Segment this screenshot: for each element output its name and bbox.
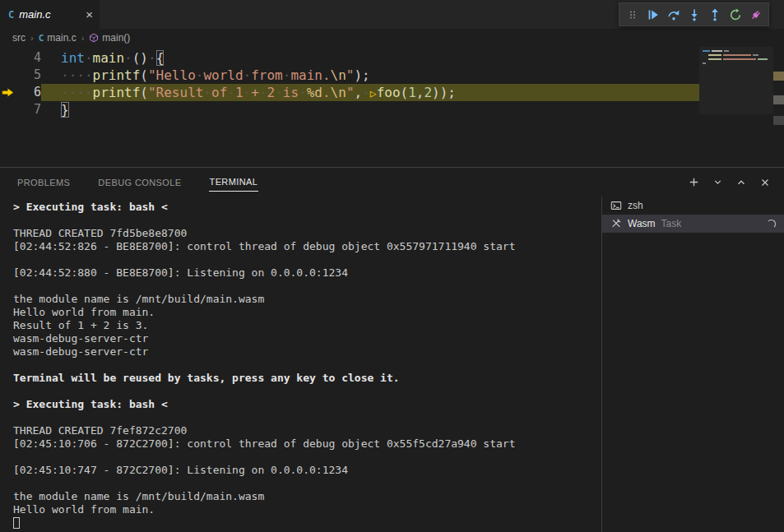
breadcrumb-item-file[interactable]: C main.c — [39, 32, 77, 44]
terminal-line: [02:45:10:706 - 872C2700]: control threa… — [13, 437, 601, 451]
breakpoint-gutter[interactable] — [0, 49, 16, 67]
code-token: foo — [377, 85, 401, 100]
code-token: \n — [331, 85, 346, 100]
tab-debug-console[interactable]: DEBUG CONSOLE — [97, 173, 182, 192]
code-token: is — [283, 85, 299, 100]
tools-icon — [610, 218, 622, 229]
code-token: ( — [140, 67, 148, 83]
step-over-icon[interactable] — [663, 4, 684, 25]
terminal-line — [13, 477, 601, 490]
terminal-tabs-sidebar: zsh Wasm Task — [601, 197, 784, 532]
code-token: ···· — [61, 85, 93, 100]
continue-icon[interactable] — [643, 4, 663, 25]
code-token: 1 — [235, 85, 244, 100]
panel-header: PROBLEMS DEBUG CONSOLE TERMINAL — [0, 168, 784, 197]
ruler-mark — [773, 116, 784, 125]
new-terminal-icon[interactable] — [686, 175, 701, 190]
tab-main-c[interactable]: C main.c × — [0, 0, 100, 29]
maximize-panel-icon[interactable] — [734, 175, 749, 190]
code-token: , — [416, 85, 424, 100]
vscode-window: C main.c × — [0, 0, 784, 532]
terminal-instance-label: Wasm — [628, 218, 656, 229]
breadcrumb-separator-icon: › — [81, 33, 86, 43]
breakpoint-gutter[interactable] — [0, 67, 16, 84]
code-token: . — [322, 85, 331, 100]
loading-spinner-icon — [767, 220, 776, 229]
editor-tab-bar: C main.c × — [0, 0, 784, 29]
method-symbol-icon — [89, 33, 99, 43]
code-token: 1 — [408, 85, 416, 100]
terminal-line — [13, 451, 601, 464]
code-token: { — [156, 50, 165, 66]
code-token: main. — [290, 67, 330, 83]
terminal-line — [13, 411, 601, 424]
breadcrumb-item-symbol[interactable]: main() — [89, 32, 130, 44]
panel-actions — [686, 175, 772, 190]
terminal-lines: > Executing task: bash < THREAD CREATED … — [13, 201, 601, 516]
terminal-line — [13, 385, 601, 398]
minimap[interactable] — [699, 47, 773, 114]
step-out-icon[interactable] — [704, 4, 725, 25]
code-token: () — [132, 50, 148, 66]
breakpoint-gutter[interactable] — [0, 84, 16, 101]
code-area: 4 int·main·()·{ 5 ····printf("Hello·worl… — [0, 49, 699, 118]
tab-close-icon[interactable]: × — [86, 8, 93, 21]
code-line-6-current-debug-line: 6 ····printf("Result·of·1·+·2·is·%d.\n",… — [0, 84, 699, 101]
breakpoint-gutter[interactable] — [0, 101, 16, 118]
code-token: 2 — [424, 85, 432, 100]
breadcrumb-item-src[interactable]: src — [12, 32, 26, 44]
overview-ruler-scrollbar[interactable] — [773, 47, 784, 167]
ruler-mark — [773, 95, 784, 104]
code-token: of — [211, 85, 227, 100]
debug-toolbar — [619, 2, 769, 26]
tab-terminal[interactable]: TERMINAL — [209, 173, 259, 192]
drag-handle-icon[interactable] — [622, 4, 643, 25]
terminal-line: THREAD CREATED 7fef872c2700 — [13, 424, 601, 437]
terminal-output[interactable]: > Executing task: bash < THREAD CREATED … — [0, 197, 601, 532]
terminal-instance-wasm-task[interactable]: Wasm Task — [602, 215, 784, 233]
breadcrumb-label: src — [12, 32, 26, 44]
code-token: · — [283, 67, 291, 83]
code-editor: 4 int·main·()·{ 5 ····printf("Hello·worl… — [0, 47, 784, 167]
terminal-instance-zsh[interactable]: zsh — [602, 197, 784, 215]
code-token: printf — [93, 85, 141, 100]
code-token: ( — [140, 85, 148, 100]
code-token: } — [61, 102, 69, 118]
code-token: )); — [432, 85, 456, 100]
terminal-line: [02:45:10:747 - 872C2700]: Listening on … — [13, 464, 601, 477]
code-token: %d — [307, 85, 322, 100]
code-token: · — [227, 85, 235, 100]
terminal-line: Terminal will be reused by tasks, press … — [13, 372, 601, 385]
code-token: · — [203, 85, 211, 100]
code-text[interactable]: } — [41, 101, 699, 118]
c-file-icon: C — [39, 33, 44, 44]
terminal-line: Hello world from main. — [13, 306, 601, 319]
code-token: int — [61, 50, 85, 66]
code-text[interactable]: ····printf("Result·of·1·+·2·is·%d.\n",·▷… — [41, 84, 699, 101]
code-token: · — [275, 85, 283, 100]
code-line-4: 4 int·main·()·{ — [0, 49, 699, 67]
tab-label: main.c — [19, 8, 81, 21]
code-token: " — [346, 85, 355, 100]
step-into-icon[interactable] — [684, 4, 704, 25]
code-token: from — [251, 67, 283, 83]
terminal-line — [13, 253, 601, 266]
line-number: 4 — [16, 49, 41, 67]
code-token: ( — [401, 85, 409, 100]
panel-body: > Executing task: bash < THREAD CREATED … — [0, 197, 784, 532]
line-number: 7 — [16, 101, 41, 118]
code-token: · — [148, 50, 156, 66]
terminal-icon — [610, 200, 622, 211]
code-text[interactable]: ····printf("Hello·world·from·main.\n"); — [41, 67, 699, 84]
terminal-line: > Executing task: bash < — [13, 398, 601, 411]
launch-profile-chevron-icon[interactable] — [710, 175, 725, 190]
ruler-mark — [773, 72, 784, 81]
terminal-line — [13, 280, 601, 293]
restart-icon[interactable] — [725, 4, 745, 25]
close-panel-icon[interactable] — [758, 175, 772, 190]
code-token: printf — [93, 67, 141, 83]
code-text[interactable]: int·main·()·{ — [41, 49, 699, 67]
tab-problems[interactable]: PROBLEMS — [16, 173, 71, 192]
disconnect-icon[interactable] — [745, 4, 766, 25]
code-token: "Result — [148, 85, 203, 100]
